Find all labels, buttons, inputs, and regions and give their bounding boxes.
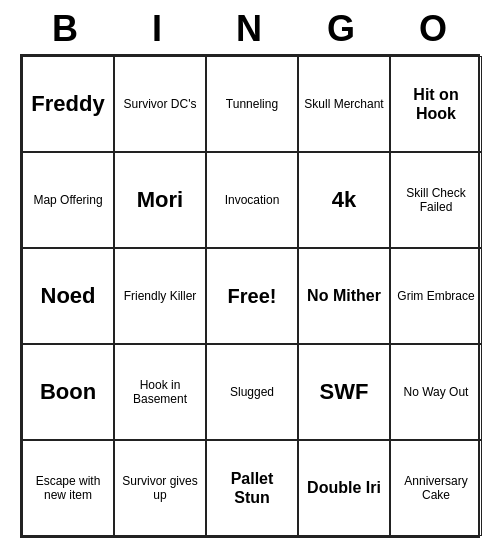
bingo-cell-24: Anniversary Cake (390, 440, 482, 536)
bingo-cell-1: Survivor DC's (114, 56, 206, 152)
bingo-cell-14: Grim Embrace (390, 248, 482, 344)
title-b: B (22, 8, 110, 50)
bingo-cell-18: SWF (298, 344, 390, 440)
bingo-cell-6: Mori (114, 152, 206, 248)
bingo-cell-23: Double Iri (298, 440, 390, 536)
bingo-cell-5: Map Offering (22, 152, 114, 248)
bingo-cell-20: Escape with new item (22, 440, 114, 536)
bingo-cell-2: Tunneling (206, 56, 298, 152)
bingo-cell-21: Survivor gives up (114, 440, 206, 536)
bingo-cell-9: Skill Check Failed (390, 152, 482, 248)
bingo-title: B I N G O (20, 0, 480, 54)
title-n: N (206, 8, 294, 50)
bingo-cell-3: Skull Merchant (298, 56, 390, 152)
bingo-cell-17: Slugged (206, 344, 298, 440)
bingo-cell-10: Noed (22, 248, 114, 344)
title-g: G (298, 8, 386, 50)
bingo-cell-15: Boon (22, 344, 114, 440)
bingo-grid: FreddySurvivor DC'sTunnelingSkull Mercha… (20, 54, 480, 538)
bingo-cell-4: Hit on Hook (390, 56, 482, 152)
bingo-cell-8: 4k (298, 152, 390, 248)
bingo-cell-16: Hook in Basement (114, 344, 206, 440)
title-o: O (390, 8, 478, 50)
title-i: I (114, 8, 202, 50)
bingo-cell-13: No Mither (298, 248, 390, 344)
bingo-cell-11: Friendly Killer (114, 248, 206, 344)
bingo-cell-19: No Way Out (390, 344, 482, 440)
bingo-cell-12: Free! (206, 248, 298, 344)
bingo-cell-22: Pallet Stun (206, 440, 298, 536)
bingo-cell-0: Freddy (22, 56, 114, 152)
bingo-cell-7: Invocation (206, 152, 298, 248)
